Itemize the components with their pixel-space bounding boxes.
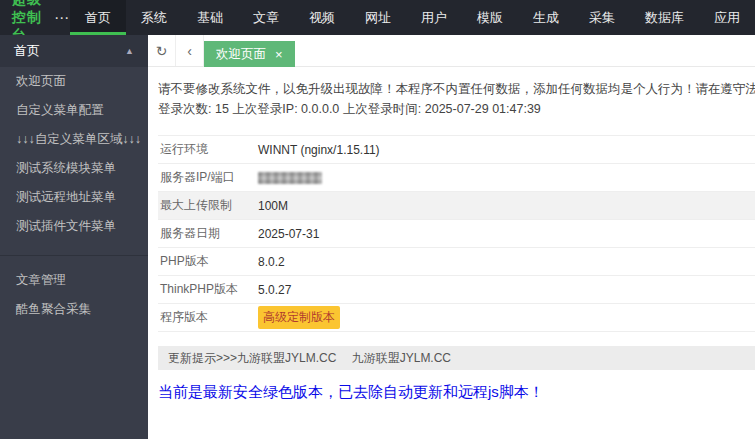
tab-welcome-page[interactable]: 欢迎页面 × — [204, 41, 295, 67]
welcome-content: 请不要修改系统文件，以免升级出现故障！本程序不内置任何数据，添加任何数据均是个人… — [148, 67, 755, 439]
row-label: ThinkPHP版本 — [158, 281, 258, 298]
system-warning-text: 请不要修改系统文件，以免升级出现故障！本程序不内置任何数据，添加任何数据均是个人… — [158, 79, 755, 99]
sidebar-item-welcome[interactable]: 欢迎页面 — [0, 67, 148, 96]
row-label: 运行环境 — [158, 141, 258, 158]
app-logo: 超级控制台 — [0, 0, 54, 35]
row-value: 5.0.27 — [258, 283, 291, 297]
table-row: 服务器IP/端口 — [158, 164, 755, 192]
table-row: 程序版本 高级定制版本 — [158, 304, 755, 332]
row-label: 程序版本 — [158, 309, 258, 326]
row-value: 高级定制版本 — [258, 306, 340, 329]
nav-menu: 首页 系统 基础 文章 视频 网址 用户 模版 生成 采集 数据库 应用 — [70, 0, 755, 35]
row-label: 服务器日期 — [158, 225, 258, 242]
table-row: 运行环境 WINNT (nginx/1.15.11) — [158, 136, 755, 164]
more-menu-icon[interactable]: ⋯ — [54, 0, 70, 35]
nav-item-collect[interactable]: 采集 — [574, 0, 630, 35]
top-navbar: 超级控制台 ⋯ 首页 系统 基础 文章 视频 网址 用户 模版 生成 采集 数据… — [0, 0, 755, 35]
login-info-text: 登录次数: 15 上次登录IP: 0.0.0.0 上次登录时间: 2025-07… — [158, 99, 755, 119]
collapse-caret-icon: ▲ — [125, 46, 134, 56]
nav-item-system[interactable]: 系统 — [126, 0, 182, 35]
row-value: 2025-07-31 — [258, 227, 319, 241]
sidebar-item-test-remote-address[interactable]: 测试远程地址菜单 — [0, 183, 148, 212]
sidebar-header-label: 首页 — [14, 42, 40, 60]
version-badge: 高级定制版本 — [258, 306, 340, 329]
row-label: PHP版本 — [158, 253, 258, 270]
server-ip-masked — [258, 172, 322, 184]
sidebar-header-home[interactable]: 首页 ▲ — [0, 35, 148, 67]
server-info-table: 运行环境 WINNT (nginx/1.15.11) 服务器IP/端口 最大上传… — [158, 135, 755, 332]
table-row: ThinkPHP版本 5.0.27 — [158, 276, 755, 304]
green-version-notice: 当前是最新安全绿色版本，已去除自动更新和远程js脚本！ — [158, 383, 755, 402]
nav-item-user[interactable]: 用户 — [406, 0, 462, 35]
row-value: 8.0.2 — [258, 255, 285, 269]
sidebar: 首页 ▲ 欢迎页面 自定义菜单配置 ↓↓↓自定义菜单区域↓↓↓ 测试系统模块菜单… — [0, 35, 148, 439]
back-icon[interactable]: ‹ — [176, 35, 204, 66]
row-value — [258, 172, 322, 184]
row-label: 最大上传限制 — [158, 197, 258, 214]
table-row: 服务器日期 2025-07-31 — [158, 220, 755, 248]
sidebar-item-test-system-module[interactable]: 测试系统模块菜单 — [0, 154, 148, 183]
nav-item-article[interactable]: 文章 — [238, 0, 294, 35]
refresh-icon[interactable]: ↻ — [148, 35, 176, 66]
update-notice-bar: 更新提示>>>九游联盟JYLM.CC 九游联盟JYLM.CC — [158, 346, 755, 370]
tab-label: 欢迎页面 — [216, 46, 266, 63]
nav-item-template[interactable]: 模版 — [462, 0, 518, 35]
app-window: 超级控制台 ⋯ 首页 系统 基础 文章 视频 网址 用户 模版 生成 采集 数据… — [0, 0, 755, 439]
sidebar-item-custom-menu-area[interactable]: ↓↓↓自定义菜单区域↓↓↓ — [0, 125, 148, 154]
row-label: 服务器IP/端口 — [158, 169, 258, 186]
table-row: 最大上传限制 100M — [158, 192, 755, 220]
main-area: ↻ ‹ 欢迎页面 × 请不要修改系统文件，以免升级出现故障！本程序不内置任何数据… — [148, 35, 755, 439]
sidebar-divider — [0, 255, 148, 256]
sidebar-item-custom-menu-config[interactable]: 自定义菜单配置 — [0, 96, 148, 125]
sidebar-item-test-plugin-file[interactable]: 测试插件文件菜单 — [0, 212, 148, 241]
nav-item-video[interactable]: 视频 — [294, 0, 350, 35]
body: 首页 ▲ 欢迎页面 自定义菜单配置 ↓↓↓自定义菜单区域↓↓↓ 测试系统模块菜单… — [0, 35, 755, 439]
sidebar-item-article-manage[interactable]: 文章管理 — [0, 266, 148, 295]
nav-item-apps[interactable]: 应用 — [699, 0, 755, 35]
tab-bar: ↻ ‹ 欢迎页面 × — [148, 35, 755, 67]
nav-item-generate[interactable]: 生成 — [518, 0, 574, 35]
row-value: 100M — [258, 199, 288, 213]
table-row: PHP版本 8.0.2 — [158, 248, 755, 276]
nav-item-url[interactable]: 网址 — [350, 0, 406, 35]
close-icon[interactable]: × — [275, 48, 283, 61]
row-value: WINNT (nginx/1.15.11) — [258, 143, 380, 157]
sidebar-item-kuyu-collect[interactable]: 酷鱼聚合采集 — [0, 295, 148, 324]
nav-item-home[interactable]: 首页 — [70, 0, 126, 35]
nav-item-basic[interactable]: 基础 — [182, 0, 238, 35]
nav-item-database[interactable]: 数据库 — [630, 0, 699, 35]
